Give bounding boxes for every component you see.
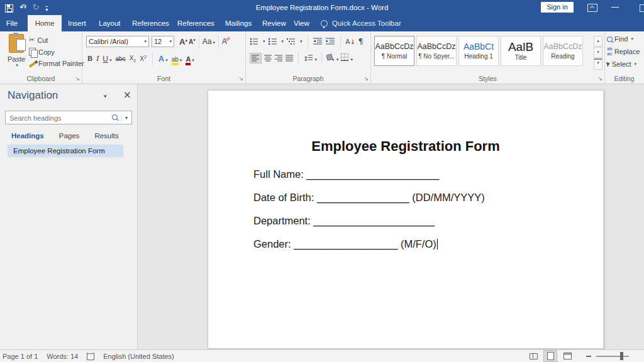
change-case-dropdown-icon: ▾ [213, 40, 215, 45]
tab-mailings[interactable]: Mailings [225, 15, 252, 31]
font-name-combo[interactable]: Calibri /Arial) ▾ [86, 36, 149, 47]
bold-button[interactable]: B [87, 54, 92, 63]
strikethrough-button[interactable]: abc [116, 55, 126, 62]
nav-tab-headings[interactable]: Headings [11, 132, 44, 140]
font-color-button[interactable]: A▾ [186, 53, 194, 64]
zoom-out-button[interactable] [586, 356, 591, 357]
tab-references-2[interactable]: References [177, 15, 214, 31]
style-name: Title [501, 54, 540, 61]
copy-button[interactable]: Copy [29, 48, 84, 56]
line-spacing-button[interactable]: ↕▾ [303, 52, 317, 63]
document-body: Full Name: _______________________ Date … [253, 168, 603, 261]
word-count[interactable]: Words: 14 [47, 353, 78, 360]
style-normal[interactable]: AaBbCcDz ¶ Normal [374, 36, 414, 66]
underline-button[interactable]: U▾ [103, 53, 111, 64]
subscript-button[interactable]: X2 [130, 55, 136, 63]
document-heading: Employee Registration Form [208, 138, 603, 155]
align-right-button[interactable] [275, 55, 283, 62]
paste-button[interactable]: Paste ▾ [3, 34, 30, 79]
read-mode-button[interactable] [528, 352, 538, 360]
zoom-slider-handle[interactable] [620, 352, 623, 360]
select-button[interactable]: Select ▾ [607, 60, 640, 68]
shading-button[interactable]: ▾ [326, 52, 339, 63]
tell-me-box[interactable]: Quick Access Toolbar [321, 15, 401, 31]
tab-references[interactable]: References [132, 15, 169, 31]
italic-button[interactable]: I [96, 53, 99, 63]
print-layout-button[interactable] [543, 350, 557, 362]
ribbon-tab-row: File Home Insert Layout References Refer… [0, 15, 644, 31]
clear-formatting-button[interactable]: A [222, 37, 227, 46]
form-line-date-of-birth: Date of Birth: ________________ (DD/MM/Y… [253, 192, 603, 215]
font-dialog-launcher-icon[interactable]: ↘ [238, 76, 243, 82]
zoom-slider[interactable] [596, 356, 629, 357]
style-title[interactable]: AalB Title [501, 36, 541, 66]
paragraph-group-label: Paragraph [246, 75, 370, 82]
highlight-button[interactable]: ab▾ [172, 53, 182, 64]
tab-home[interactable]: Home [28, 15, 62, 31]
numbering-button[interactable] [269, 38, 277, 45]
language-status[interactable]: English (United States) [103, 353, 174, 360]
search-dropdown-icon[interactable]: ▾ [121, 115, 128, 121]
document-page[interactable]: Employee Registration Form Full Name: __… [208, 90, 604, 349]
styles-more-icon[interactable]: ▾ [594, 58, 602, 70]
bullets-button[interactable] [250, 38, 258, 45]
sort-button[interactable]: A↓ [346, 38, 355, 45]
font-name-dropdown-icon: ▾ [144, 39, 147, 44]
style-no-spacing[interactable]: AaBbCcDz ¶ No Spyer... [416, 36, 457, 66]
page-count[interactable]: Page 1 of 1 [3, 353, 38, 360]
change-case-label: Aa [203, 37, 212, 46]
style-reading[interactable]: AaBbCcDz Reading [543, 36, 583, 66]
nav-tab-pages[interactable]: Pages [59, 132, 80, 140]
underline-dropdown-icon: ▾ [109, 58, 112, 63]
show-paragraph-marks-button[interactable]: ¶ [358, 37, 364, 46]
bullets-dropdown-icon[interactable]: ▾ [263, 39, 265, 44]
navigation-close-icon[interactable]: × [123, 89, 131, 101]
tab-layout[interactable]: Layout [99, 15, 121, 31]
sign-in-button[interactable]: Sign in [541, 2, 574, 13]
change-case-button[interactable]: Aa▾ [203, 37, 215, 46]
style-heading-1[interactable]: AaBbCt Heading 1 [458, 36, 499, 66]
multilevel-dropdown-icon[interactable]: ▾ [300, 39, 303, 44]
format-painter-button[interactable]: Format Painter [29, 60, 84, 67]
align-center-button[interactable] [264, 55, 272, 62]
tab-file[interactable]: File [0, 15, 24, 31]
paste-dropdown-icon[interactable]: ▾ [4, 63, 30, 68]
tab-view[interactable]: View [294, 15, 309, 31]
cut-button[interactable]: ✂ Cut [29, 36, 84, 44]
align-left-button[interactable] [250, 53, 262, 63]
clipboard-dialog-launcher-icon[interactable]: ↘ [75, 76, 80, 82]
paragraph-dialog-launcher-icon[interactable]: ↘ [364, 76, 369, 82]
navigation-options-dropdown-icon[interactable]: ▾ [104, 93, 107, 99]
grow-font-button[interactable]: A▴ [179, 37, 187, 47]
proofing-icon[interactable] [87, 353, 94, 359]
shading-dropdown-icon: ▾ [336, 57, 339, 62]
search-input[interactable] [8, 112, 105, 124]
styles-scroll-up-icon[interactable]: ▴ [594, 36, 602, 47]
replace-button[interactable]: abac Replace [607, 47, 640, 57]
navigation-search-box[interactable]: ▾ [5, 111, 132, 124]
find-button[interactable]: Find ▾ [607, 35, 640, 43]
styles-scroll-down-icon[interactable]: ▾ [594, 47, 602, 58]
numbering-dropdown-icon[interactable]: ▾ [282, 39, 284, 44]
justify-button[interactable] [286, 55, 294, 62]
maximize-button[interactable] [640, 4, 644, 12]
ribbon-display-options-icon[interactable] [587, 4, 597, 12]
styles-dialog-launcher-icon[interactable]: ↘ [597, 76, 602, 82]
increase-indent-button[interactable] [326, 38, 335, 45]
minimize-button[interactable]: — [609, 0, 621, 15]
tab-insert[interactable]: Insert [68, 15, 86, 31]
nav-heading-item[interactable]: Employee Registration Form [8, 145, 123, 157]
web-layout-button[interactable] [562, 352, 572, 360]
multilevel-list-button[interactable] [287, 38, 296, 45]
clipboard-group: Paste ▾ ✂ Cut Copy Format Painter Clipbo… [0, 31, 82, 84]
tab-review[interactable]: Review [262, 15, 286, 31]
font-group-label: Font [82, 75, 245, 82]
search-icon[interactable] [112, 114, 118, 120]
superscript-button[interactable]: X2 [140, 55, 147, 62]
nav-tab-results[interactable]: Results [94, 132, 118, 140]
font-size-combo[interactable]: 12 ▾ [152, 36, 174, 47]
borders-button[interactable]: ▾ [341, 52, 353, 63]
decrease-indent-button[interactable] [313, 38, 323, 45]
text-effects-button[interactable]: A▾ [158, 53, 168, 64]
shrink-font-button[interactable]: A▾ [189, 38, 196, 45]
